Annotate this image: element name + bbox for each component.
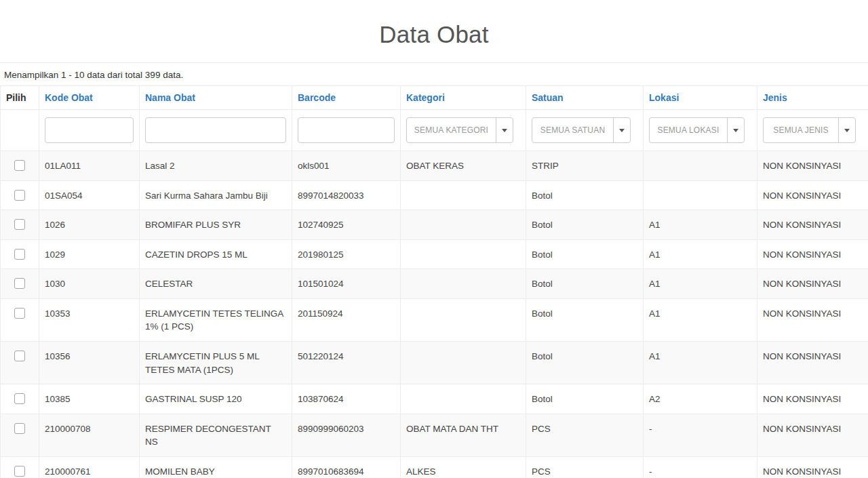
cell-kode-obat: 1029 <box>39 239 140 269</box>
row-checkbox[interactable] <box>14 393 25 404</box>
cell-jenis: NON KONSINYASI <box>757 269 868 299</box>
table-row: 10356 ERLAMYCETIN PLUS 5 ML TETES MATA (… <box>1 341 868 384</box>
table-header-row: Pilih Kode Obat Nama Obat Barcode Katego… <box>1 86 868 110</box>
row-checkbox-cell <box>1 239 39 269</box>
chevron-down-icon <box>613 118 630 142</box>
column-header-kategori[interactable]: Kategori <box>401 86 526 110</box>
cell-lokasi: A2 <box>644 384 757 414</box>
column-header-kode-obat[interactable]: Kode Obat <box>39 86 140 110</box>
cell-kategori: ALKES <box>401 456 526 478</box>
cell-kode-obat: 10353 <box>39 298 140 341</box>
table-row: 210000761 MOMILEN BABY 8997010683694 ALK… <box>1 456 868 478</box>
cell-nama-obat: BROMIFAR PLUS SYR <box>140 210 292 240</box>
row-checkbox[interactable] <box>14 278 25 289</box>
cell-satuan: Botol <box>526 384 644 414</box>
cell-barcode: okls001 <box>292 151 401 181</box>
filter-barcode-input[interactable] <box>298 117 395 143</box>
cell-nama-obat: GASTRINAL SUSP 120 <box>140 384 292 414</box>
chevron-down-icon <box>496 118 513 142</box>
cell-jenis: NON KONSINYASI <box>757 210 868 240</box>
cell-kode-obat: 01SA054 <box>39 180 140 210</box>
filter-kategori-dropdown[interactable]: SEMUA KATEGORI <box>406 117 513 143</box>
row-checkbox-cell <box>1 456 39 478</box>
cell-satuan: Botol <box>526 210 644 240</box>
cell-kategori <box>401 341 526 384</box>
row-checkbox-cell <box>1 414 39 456</box>
cell-lokasi: A1 <box>644 341 757 384</box>
row-checkbox[interactable] <box>14 190 25 201</box>
row-checkbox[interactable] <box>14 219 25 230</box>
filter-jenis-dropdown[interactable]: SEMUA JENIS <box>763 117 856 143</box>
cell-barcode: 102740925 <box>292 210 401 240</box>
table-row: 01LA011 Lasal 2 okls001 OBAT KERAS STRIP… <box>1 151 868 181</box>
column-header-barcode[interactable]: Barcode <box>292 86 401 110</box>
filter-satuan-dropdown[interactable]: SEMUA SATUAN <box>532 117 631 143</box>
filter-lokasi-dropdown-value: SEMUA LOKASI <box>650 118 727 142</box>
column-header-satuan[interactable]: Satuan <box>526 86 644 110</box>
cell-lokasi <box>644 151 757 181</box>
row-checkbox[interactable] <box>14 466 25 477</box>
row-checkbox[interactable] <box>14 249 25 260</box>
data-obat-table: Pilih Kode Obat Nama Obat Barcode Katego… <box>0 85 868 478</box>
cell-jenis: NON KONSINYASI <box>757 414 868 456</box>
cell-lokasi: A1 <box>644 269 757 299</box>
cell-barcode: 201150924 <box>292 298 401 341</box>
cell-barcode: 101501024 <box>292 269 401 299</box>
cell-barcode: 103870624 <box>292 384 401 414</box>
page-title: Data Obat <box>0 0 868 62</box>
column-header-jenis[interactable]: Jenis <box>757 86 868 110</box>
cell-lokasi: A1 <box>644 239 757 269</box>
cell-barcode: 8997014820033 <box>292 180 401 210</box>
row-checkbox-cell <box>1 151 39 181</box>
row-checkbox[interactable] <box>14 351 25 361</box>
filter-jenis-dropdown-value: SEMUA JENIS <box>764 118 838 142</box>
cell-jenis: NON KONSINYASI <box>757 239 868 269</box>
cell-kode-obat: 1026 <box>39 210 140 240</box>
cell-barcode: 8990999060203 <box>292 414 401 456</box>
cell-kategori: OBAT KERAS <box>401 151 526 181</box>
cell-barcode: 201980125 <box>292 239 401 269</box>
row-checkbox[interactable] <box>14 160 25 171</box>
cell-jenis: NON KONSINYASI <box>757 341 868 384</box>
table-filter-row: SEMUA KATEGORI SEMUA SATUAN SEMUA LOKASI <box>1 110 868 151</box>
filter-kode-obat-input[interactable] <box>45 117 134 143</box>
cell-satuan: Botol <box>526 239 644 269</box>
column-header-nama-obat[interactable]: Nama Obat <box>140 86 292 110</box>
cell-kode-obat: 210000708 <box>39 414 140 456</box>
cell-lokasi: A1 <box>644 298 757 341</box>
table-row: 10385 GASTRINAL SUSP 120 103870624 Botol… <box>1 384 868 414</box>
row-checkbox[interactable] <box>14 423 25 434</box>
row-checkbox-cell <box>1 180 39 210</box>
cell-jenis: NON KONSINYASI <box>757 151 868 181</box>
cell-lokasi: A1 <box>644 210 757 240</box>
cell-jenis: NON KONSINYASI <box>757 180 868 210</box>
table-row: 10353 ERLAMYCETIN TETES TELINGA 1% (1 PC… <box>1 298 868 341</box>
cell-nama-obat: CAZETIN DROPS 15 ML <box>140 239 292 269</box>
filter-nama-obat-input[interactable] <box>145 117 286 143</box>
cell-kategori <box>401 180 526 210</box>
filter-cell-empty <box>1 110 39 151</box>
row-checkbox-cell <box>1 210 39 240</box>
cell-kategori <box>401 210 526 240</box>
cell-nama-obat: ERLAMYCETIN PLUS 5 ML TETES MATA (1PCS) <box>140 341 292 384</box>
row-checkbox[interactable] <box>14 308 25 319</box>
cell-barcode: 8997010683694 <box>292 456 401 478</box>
cell-satuan: STRIP <box>526 151 644 181</box>
cell-kategori: OBAT MATA DAN THT <box>401 414 526 456</box>
chevron-down-icon <box>727 118 744 142</box>
cell-kategori <box>401 298 526 341</box>
table-row: 01SA054 Sari Kurma Sahara Jambu Biji 899… <box>1 180 868 210</box>
row-checkbox-cell <box>1 298 39 341</box>
cell-kode-obat: 10385 <box>39 384 140 414</box>
row-checkbox-cell <box>1 341 39 384</box>
filter-lokasi-dropdown[interactable]: SEMUA LOKASI <box>649 117 745 143</box>
page-header: Data Obat <box>0 0 868 63</box>
chevron-down-icon <box>838 118 855 142</box>
cell-lokasi: - <box>644 414 757 456</box>
cell-jenis: NON KONSINYASI <box>757 456 868 478</box>
column-header-lokasi[interactable]: Lokasi <box>644 86 757 110</box>
cell-lokasi: - <box>644 456 757 478</box>
cell-satuan: PCS <box>526 456 644 478</box>
cell-kode-obat: 1030 <box>39 269 140 299</box>
cell-satuan: Botol <box>526 341 644 384</box>
